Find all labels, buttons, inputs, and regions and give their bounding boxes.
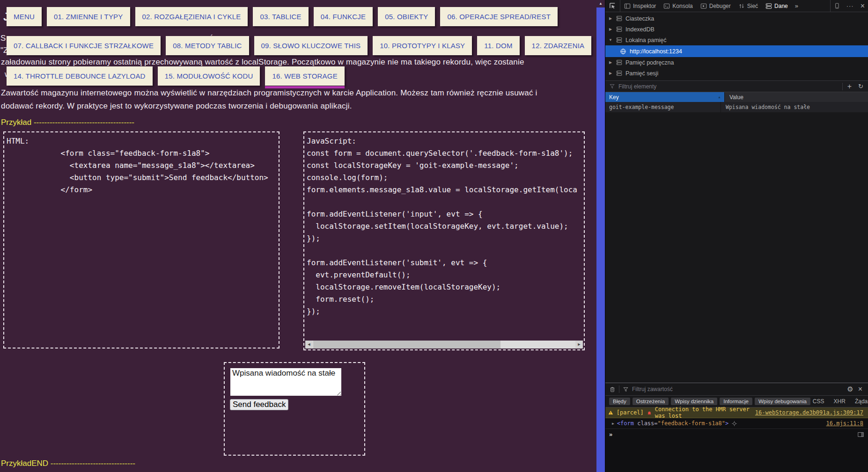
horizontal-scrollbar[interactable]: ◄ ► [305,341,583,349]
scroll-left-arrow-icon[interactable]: ◄ [305,341,313,349]
nav-button-09-this[interactable]: 09. SŁOWO KLUCZOWE THIS [254,36,368,55]
send-feedback-button[interactable]: Send feedback [230,399,288,410]
tree-item-local-storage[interactable]: ▼ Lokalna pamięć [605,35,868,45]
text-fragment: S [0,34,6,43]
alarm-icon [647,410,652,416]
storage-type-icon [616,15,622,22]
js-code: JavaScript: const form = document.queryS… [304,132,584,318]
chip-info[interactable]: Informacje [720,398,752,405]
tab-inspector[interactable]: Inspektor [620,0,660,12]
nav-button-14-throttle[interactable]: 14. THROTTLE DEBOUNCE LAZYLOAD [7,66,153,86]
tree-item-cache-storage[interactable]: ▶ Pamięć podręczna [605,57,868,68]
split-console-icon[interactable] [857,431,864,438]
storage-table-header: Key ▲ Value [605,92,868,102]
scroll-right-arrow-icon[interactable]: ► [575,341,583,349]
log-tag-close: > [725,420,728,427]
console-prompt: » [609,431,612,438]
tree-item-session-storage[interactable]: ▶ Pamięć sesji [605,68,868,79]
storage-type-icon [616,70,622,76]
filter-css[interactable]: CSS [813,398,824,405]
caret-right-icon[interactable]: ▶ [608,60,613,65]
tab-debugger[interactable]: Debuger [697,0,735,12]
nav-row-3: 14. THROTTLE DEBOUNCE LAZYLOAD 15. MODUŁ… [7,66,345,86]
log-attr-name: class= [637,420,657,427]
console-warning-message: [parcel] Connection to the HMR server wa… [605,407,868,418]
warning-source-link[interactable]: 16-webStorage.de3b091a.js:309:17 [755,409,865,416]
expand-caret-icon[interactable]: ▶ [612,421,614,426]
resize-grip-icon[interactable] [336,390,341,395]
console-panel: Filtruj zawartość ⚙ × Błędy Ostrzeżenia … [605,383,868,472]
nav-button-06-spread-rest[interactable]: 06. OPERACJE SPREAD/REST [440,7,558,26]
storage-table-row[interactable]: goit-example-message Wpisana wiadomość n… [605,102,868,112]
close-devtools-icon[interactable]: × [857,0,868,12]
chip-logs[interactable]: Wpisy dziennika [671,398,717,405]
tree-item-localhost-origin[interactable]: http://localhost:1234 [605,45,868,57]
message-textarea[interactable]: Wpisana wiadomość na stałe [230,368,341,396]
storage-filter-input[interactable]: Filtruj elementy [618,83,656,90]
nav-button-12-zdarzenia[interactable]: 12. ZDARZENIA [525,36,592,55]
refresh-icon[interactable]: ↻ [856,83,865,90]
caret-right-icon[interactable]: ▶ [608,27,613,31]
inspect-target-icon[interactable] [731,421,737,427]
scrollbar-thumb[interactable] [313,341,500,349]
chip-warnings[interactable]: Ostrzeżenia [633,398,669,405]
tree-item-cookies[interactable]: ▶ Ciasteczka [605,13,868,24]
tab-console[interactable]: Konsola [660,0,696,12]
trash-icon[interactable] [609,386,616,393]
responsive-design-icon[interactable] [831,0,843,12]
nav-button-03-tablice[interactable]: 03. TABLICE [253,7,308,26]
nav-button-04-funkcje[interactable]: 04. FUNKCJE [314,7,373,26]
caret-right-icon[interactable]: ▶ [608,71,613,75]
log-attr-value: "feedback-form-s1a8" [658,420,726,427]
close-console-icon[interactable]: × [858,385,862,393]
log-tag: <form [617,420,634,427]
menu-dots-icon[interactable]: ··· [843,0,857,12]
nav-button-05-obiekty[interactable]: 05. OBIEKTY [378,7,435,26]
scroll-up-arrow-icon[interactable]: ▲ [596,0,605,7]
nav-button-01-zmienne[interactable]: 01. ZMIENNE I TYPY [47,7,130,26]
gear-icon[interactable]: ⚙ [847,385,853,393]
add-item-icon[interactable]: + [845,82,854,91]
przyklad-end-label: PrzykładEND ----------------------------… [1,459,135,468]
nav-button-07-callback[interactable]: 07. CALLBACK I FUNKCJE STRZAŁKOWE [7,36,161,55]
toolbar-right-controls: ··· × [830,0,868,12]
nav-button-08-metody-tablic[interactable]: 08. METODY TABLIC [166,36,249,55]
warning-prefix: [parcel] [617,409,644,416]
storage-icon [765,3,772,9]
tab-network[interactable]: Sieć [735,0,762,12]
storage-type-icon [616,26,622,32]
globe-icon [620,48,626,55]
storage-value-cell[interactable]: Wpisana wiadomość na stałe [721,102,868,112]
storage-tree: ▶ Ciasteczka ▶ IndexedDB ▼ Lokalna pamię… [605,13,868,79]
filter-xhr[interactable]: XHR [834,398,846,405]
chip-errors[interactable]: Błędy [609,398,630,405]
nav-row-1: MENU 01. ZMIENNE I TYPY 02. ROZGAŁĘZIENI… [7,7,558,26]
storage-key-cell[interactable]: goit-example-message [605,102,721,112]
nav-button-02-rozgalezienia[interactable]: 02. ROZGAŁĘZIENIA I CYKLE [135,7,248,26]
html-code-box: HTML: <form class="feedback-form-s1a8"> … [3,131,280,349]
tree-item-indexeddb[interactable]: ▶ IndexedDB [605,24,868,35]
nav-button-11-dom[interactable]: 11. DOM [477,36,519,55]
filter-requests[interactable]: Żądania [855,398,868,405]
console-input-row[interactable]: » [605,429,868,440]
przyklad-label: Przykład -------------------------------… [1,118,134,127]
warning-triangle-icon [608,409,613,416]
caret-down-icon[interactable]: ▼ [608,38,613,42]
body-text-line: załadowaniu strony pobieramy ostatnią pr… [1,58,524,67]
page-scrollbar[interactable]: ▲ [596,0,605,472]
nav-button-15-modulowosc[interactable]: 15. MODUŁOWOŚĆ KODU [158,66,260,86]
console-filter-input[interactable]: Filtruj zawartość [632,386,673,392]
storage-filter-bar: Filtruj elementy + ↻ [605,80,868,92]
column-header-key[interactable]: Key ▲ [605,92,724,102]
nav-button-10-prototypy[interactable]: 10. PROTOTYPY I KLASY [373,36,472,55]
nav-button-16-web-storage[interactable]: 16. WEB STORAGE [265,66,344,86]
webpage-content: J ą o S ś w "Z h załadowaniu strony pobi… [0,0,596,472]
more-tabs-chevron-icon[interactable]: » [792,2,802,9]
nav-button-menu[interactable]: MENU [7,7,42,26]
pick-element-icon[interactable] [605,0,620,12]
chip-debug[interactable]: Wpisy debugowania [755,398,810,405]
column-header-value[interactable]: Value [724,92,868,102]
tab-storage[interactable]: Dane [762,0,792,12]
log-source-link[interactable]: 16.mjs:11:8 [826,420,865,427]
caret-right-icon[interactable]: ▶ [608,16,613,21]
